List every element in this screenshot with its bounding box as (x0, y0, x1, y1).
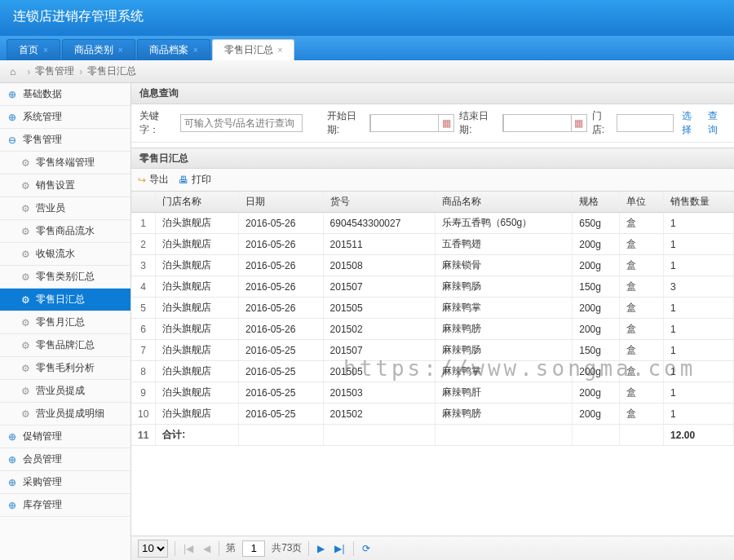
first-page-button[interactable]: |◀ (182, 543, 195, 554)
column-header[interactable]: 规格 (573, 192, 620, 213)
start-date-field[interactable] (370, 114, 439, 132)
table-row[interactable]: 3泊头旗舰店2016-05-26201508麻辣锁骨200g盒1 (131, 255, 734, 276)
table-row[interactable]: 9泊头旗舰店2016-05-25201503麻辣鸭肝200g盒1 (131, 382, 734, 403)
table-cell: 盒 (619, 319, 663, 340)
sidebar-item[interactable]: ⚙营业员提成 (0, 380, 130, 403)
sidebar-item[interactable]: ⚙零售终端管理 (0, 152, 130, 174)
expand-icon: ⊕ (7, 431, 18, 443)
table-row[interactable]: 8泊头旗舰店2016-05-25201505麻辣鸭掌200g盒1 (131, 361, 734, 382)
sidebar-item-label: 营业员提成明细 (36, 407, 104, 421)
export-button[interactable]: ↪ 导出 (138, 173, 169, 187)
breadcrumb-item[interactable]: 零售管理 (35, 64, 74, 78)
table-cell: 1 (664, 361, 734, 382)
table-cell: 200g (573, 403, 620, 425)
page-input[interactable] (242, 540, 265, 557)
sidebar-item[interactable]: ⚙营业员提成明细 (0, 403, 130, 426)
table-row[interactable]: 4泊头旗舰店2016-05-26201507麻辣鸭肠150g盒3 (131, 276, 734, 298)
gear-icon: ⚙ (20, 408, 31, 420)
table-cell: 2016-05-25 (239, 382, 324, 403)
total-pages: 共73页 (272, 541, 302, 555)
sidebar-item-label: 零售日汇总 (36, 293, 85, 306)
breadcrumb-item: 零售日汇总 (87, 64, 136, 78)
table-row[interactable]: 7泊头旗舰店2016-05-25201507麻辣鸭肠150g盒1 (131, 340, 734, 361)
sidebar-item-label: 零售商品流水 (36, 224, 95, 238)
sidebar-item-label: 零售毛利分析 (36, 361, 95, 375)
breadcrumb-sep: › (27, 66, 30, 77)
column-header[interactable]: 门店名称 (156, 192, 239, 213)
calendar-icon[interactable]: ▦ (439, 117, 453, 129)
table-row[interactable]: 1泊头旗舰店2016-05-266904543300027乐寿五香鸭（650g）… (131, 213, 734, 234)
start-date-input[interactable]: ▦ (369, 114, 454, 132)
sidebar-item[interactable]: ⚙营业员 (0, 197, 130, 220)
sidebar-item[interactable]: ⚙零售商品流水 (0, 220, 130, 243)
sidebar-group[interactable]: ⊕促销管理 (0, 426, 130, 448)
close-icon[interactable]: × (118, 46, 123, 55)
sidebar-item[interactable]: ⚙零售月汇总 (0, 311, 130, 334)
query-button[interactable]: 查询 (708, 109, 726, 137)
table-cell: 650g (573, 213, 620, 234)
table-cell: 盒 (619, 403, 663, 425)
table-row[interactable]: 2泊头旗舰店2016-05-26201511五香鸭翅200g盒1 (131, 234, 734, 255)
sidebar-group[interactable]: ⊕库存管理 (0, 494, 130, 517)
expand-icon: ⊕ (7, 89, 18, 100)
sidebar-item[interactable]: ⚙零售日汇总 (0, 289, 130, 311)
table-cell: 麻辣鸭掌 (435, 298, 573, 319)
expand-icon: ⊕ (7, 112, 18, 123)
prev-page-button[interactable]: ◀ (201, 543, 212, 554)
tab-0[interactable]: 首页× (7, 39, 60, 60)
table-cell: 1 (664, 234, 734, 255)
tab-3[interactable]: 零售日汇总× (212, 39, 295, 60)
calendar-icon[interactable]: ▦ (572, 117, 586, 129)
sidebar-item[interactable]: ⚙零售类别汇总 (0, 266, 130, 289)
sidebar-group[interactable]: ⊕采购管理 (0, 471, 130, 494)
home-icon[interactable]: ⌂ (10, 66, 15, 77)
last-page-button[interactable]: ▶| (333, 543, 346, 554)
table-row[interactable]: 5泊头旗舰店2016-05-26201505麻辣鸭掌200g盒1 (131, 298, 734, 319)
tab-2[interactable]: 商品档案× (137, 39, 210, 60)
column-header[interactable]: 单位 (619, 192, 663, 213)
next-page-button[interactable]: ▶ (316, 543, 326, 554)
column-header[interactable]: 货号 (323, 192, 435, 213)
table-row[interactable]: 10泊头旗舰店2016-05-25201502麻辣鸭膀200g盒1 (131, 403, 734, 425)
sidebar-item[interactable]: ⚙收银流水 (0, 243, 130, 266)
close-icon[interactable]: × (43, 46, 48, 55)
table-cell: 200g (573, 319, 620, 340)
refresh-button[interactable]: ⟳ (360, 543, 372, 554)
table-cell: 盒 (619, 234, 663, 255)
close-icon[interactable]: × (278, 46, 283, 55)
expand-icon: ⊕ (7, 500, 18, 511)
print-button[interactable]: 🖶 打印 (179, 173, 211, 187)
table-body: 1泊头旗舰店2016-05-266904543300027乐寿五香鸭（650g）… (131, 213, 734, 446)
sidebar-group[interactable]: ⊕基础数据 (0, 83, 130, 106)
table-cell: 1 (664, 340, 734, 361)
column-header[interactable]: 销售数量 (664, 192, 734, 213)
table-cell: 泊头旗舰店 (156, 276, 239, 298)
tab-1[interactable]: 商品类别× (62, 39, 135, 60)
end-date-input[interactable]: ▦ (502, 114, 587, 132)
column-header[interactable]: 日期 (239, 192, 324, 213)
keyword-input[interactable] (180, 114, 303, 132)
sidebar-item-label: 销售设置 (36, 179, 75, 192)
table-row[interactable]: 6泊头旗舰店2016-05-26201502麻辣鸭膀200g盒1 (131, 319, 734, 340)
table-cell: 麻辣鸭肠 (435, 276, 573, 298)
close-icon[interactable]: × (193, 46, 198, 55)
sidebar-item[interactable]: ⚙零售品牌汇总 (0, 334, 130, 357)
end-date-field[interactable] (503, 114, 572, 132)
table-cell: 1 (664, 213, 734, 234)
sidebar-group[interactable]: ⊖零售管理 (0, 129, 130, 152)
select-shop-button[interactable]: 选择 (682, 109, 700, 137)
row-number: 7 (131, 340, 156, 361)
sidebar-group[interactable]: ⊕会员管理 (0, 448, 130, 471)
table-cell: 201507 (323, 276, 435, 298)
sidebar-item[interactable]: ⚙销售设置 (0, 174, 130, 197)
toolbar: ↪ 导出 🖶 打印 (131, 169, 734, 192)
sidebar-item[interactable]: ⚙零售毛利分析 (0, 357, 130, 380)
table-cell: 1 (664, 319, 734, 340)
column-header[interactable]: 商品名称 (435, 192, 573, 213)
page-size-select[interactable]: 10 (138, 540, 168, 558)
table-cell: 麻辣鸭肠 (435, 340, 573, 361)
sidebar-group[interactable]: ⊕系统管理 (0, 106, 130, 129)
table-cell: 麻辣鸭肝 (435, 382, 573, 403)
table-cell: 麻辣锁骨 (435, 255, 573, 276)
shop-input[interactable] (617, 114, 674, 132)
